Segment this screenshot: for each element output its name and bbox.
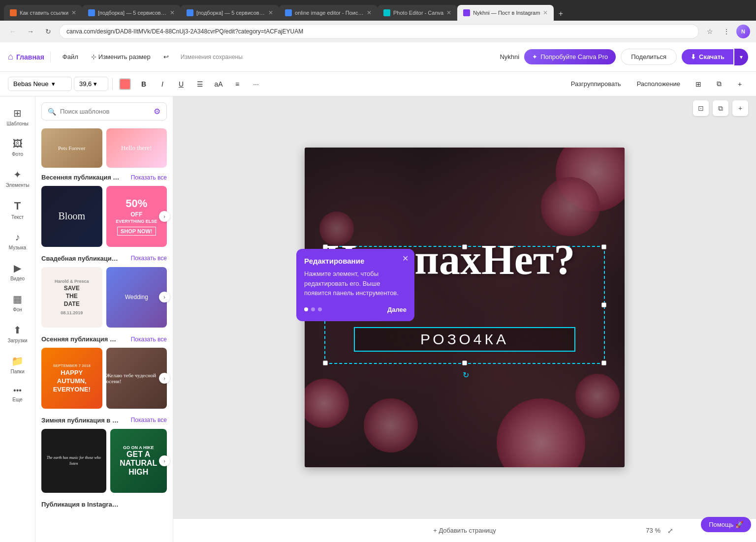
template-card-pets[interactable]: Pets Forever <box>41 128 102 168</box>
font-size-dropdown-icon: ▾ <box>94 80 97 88</box>
template-panel: 🔍 ⚙ Pets Forever Hello there! Весенняя п… <box>35 96 173 542</box>
tab-favicon-4 <box>285 9 292 16</box>
grid-view-button[interactable]: ⊞ <box>690 76 707 92</box>
undo-button[interactable]: ↩ <box>158 50 175 63</box>
template-search-box[interactable]: 🔍 ⚙ <box>41 102 167 120</box>
tab-close-3[interactable]: ✕ <box>268 9 273 16</box>
add-page-button-label[interactable]: + Добавить страницу <box>433 527 496 534</box>
sidebar-item-uploads[interactable]: ⬆ Загрузки <box>2 319 33 348</box>
tab-close-4[interactable]: ✕ <box>367 9 372 16</box>
bold-button[interactable]: B <box>135 76 152 92</box>
template-card-autumn1[interactable]: SEPTEMBER 7 2018 HAPPY AUTUMN, EVERYONE! <box>41 348 102 409</box>
winter-show-all[interactable]: Показать все <box>131 417 167 423</box>
browser-tab-3[interactable]: [подборка] — 5 сервисов д... ✕ <box>181 5 279 21</box>
download-button[interactable]: ⬇ Скачать <box>682 49 733 64</box>
tooltip-next-button[interactable]: Далее <box>387 306 407 313</box>
tab-favicon-2 <box>88 9 95 16</box>
sidebar-item-templates[interactable]: ⊞ Шаблоны <box>2 102 33 131</box>
expand-canvas-button[interactable]: ⊡ <box>693 100 709 116</box>
copy-button[interactable]: ⧉ <box>711 76 727 92</box>
browser-tab-1[interactable]: Как ставить ссылки ✕ <box>4 5 82 21</box>
add-page-button[interactable]: + <box>732 100 748 116</box>
tab-close-6[interactable]: ✕ <box>543 9 548 16</box>
help-button[interactable]: Помощь 🚀 <box>701 517 751 532</box>
browser-tab-4[interactable]: online image editor - Поиск в... ✕ <box>279 5 378 21</box>
toolbar-menu: Файл ⊹ Изменить размер ↩ <box>57 50 175 63</box>
search-input[interactable] <box>60 108 150 115</box>
new-tab-button[interactable]: + <box>554 7 567 21</box>
zoom-expand-button[interactable]: ⤢ <box>663 524 677 538</box>
browser-tab-6[interactable]: Nykhni — Пост в Instagram ✕ <box>457 5 554 21</box>
wedding-next-arrow[interactable]: › <box>159 292 170 302</box>
file-menu-item[interactable]: Файл <box>57 50 84 63</box>
autumn-next-arrow[interactable]: › <box>159 373 170 384</box>
sidebar-item-folders[interactable]: 📁 Папки <box>2 350 33 379</box>
format-toolbar-right: Разгруппировать Расположение ⊞ ⧉ + <box>565 76 748 92</box>
template-card-wedding2[interactable]: Wedding <box>106 267 167 328</box>
back-button[interactable]: ← <box>6 25 20 38</box>
photos-label: Фото <box>12 151 23 157</box>
sidebar-item-background[interactable]: ▦ Фон <box>2 288 33 317</box>
wedding-show-all[interactable]: Показать все <box>131 255 167 262</box>
sidebar-item-video[interactable]: ▶ Видео <box>2 257 33 286</box>
italic-button[interactable]: I <box>154 76 171 92</box>
address-input[interactable] <box>59 24 699 39</box>
add-element-button[interactable]: + <box>731 76 748 92</box>
underline-button[interactable]: U <box>173 76 189 92</box>
refresh-button[interactable]: ↻ <box>41 25 55 38</box>
home-label[interactable]: Главная <box>16 53 44 61</box>
browser-tab-2[interactable]: [подборка] — 5 сервисов дл... ✕ <box>82 5 181 21</box>
rotate-handle[interactable]: ↻ <box>460 369 472 381</box>
tab-close-1[interactable]: ✕ <box>71 9 76 16</box>
case-button[interactable]: aA <box>210 76 227 92</box>
font-selector[interactable]: Bebas Neue ▾ <box>8 77 72 91</box>
template-card-save-date[interactable]: Harold & Presca SAVE THE DATE 08.11.2019 <box>41 267 102 328</box>
wedding-section-title: Свадебная публикация в Ins... <box>41 255 120 262</box>
address-bar: ← → ↻ ☆ ⋮ N <box>0 21 756 42</box>
sub-text-element[interactable]: РОЗО4КА <box>354 327 575 352</box>
download-label: Скачать <box>699 53 724 60</box>
left-sidebar: ⊞ Шаблоны 🖼 Фото ✦ Элементы T Текст ♪ Му… <box>0 96 35 542</box>
sidebar-item-photos[interactable]: 🖼 Фото <box>2 133 33 162</box>
filter-icon[interactable]: ⚙ <box>154 107 160 116</box>
canva-logo[interactable]: ⌂ Главная <box>8 52 51 62</box>
more-options-button[interactable]: ··· <box>248 76 264 92</box>
canvapro-button[interactable]: ✦ Попробуйте Canva Pro <box>524 49 616 64</box>
position-button[interactable]: Расположение <box>631 77 686 90</box>
tab-close-2[interactable]: ✕ <box>170 9 175 16</box>
download-arrow-button[interactable]: ▾ <box>734 49 748 65</box>
tab-close-5[interactable]: ✕ <box>446 9 451 16</box>
forward-button[interactable]: → <box>24 25 37 38</box>
sidebar-item-more[interactable]: ••• Еще <box>2 381 33 407</box>
autumn-show-all[interactable]: Показать все <box>131 336 167 343</box>
settings-icon[interactable]: ⋮ <box>720 25 733 38</box>
bookmark-icon[interactable]: ☆ <box>703 25 717 38</box>
ungroup-button[interactable]: Разгруппировать <box>565 77 627 90</box>
template-card-hike[interactable]: GO ON A HIKE GET A NATURAL HIGH <box>110 429 167 493</box>
template-card-autumn2[interactable]: Желаю тебе чудесной осени! <box>106 348 167 409</box>
pub-section-title: Публикация в Instagram н... <box>41 501 120 508</box>
winter-next-arrow[interactable]: › <box>159 455 170 466</box>
font-size-selector[interactable]: 39,6 ▾ <box>74 77 108 91</box>
template-card-earth[interactable]: The earth has music for those who listen <box>41 429 106 493</box>
template-card-50off[interactable]: 50% OFF EVERYTHING ELSE SHOP NOW! <box>106 186 167 247</box>
align-button[interactable]: ☰ <box>191 76 208 92</box>
resize-menu-item[interactable]: ⊹ Изменить размер <box>85 50 157 63</box>
browser-tab-5[interactable]: Photo Editor - Canva ✕ <box>378 5 457 21</box>
canvas-footer: + Добавить страницу 73 % ⤢ Помощь 🚀 <box>173 518 756 542</box>
canvas-top-actions: ⊡ ⧉ + <box>693 100 748 116</box>
spring-next-arrow[interactable]: › <box>159 211 170 222</box>
template-card-bloom[interactable]: Bloom <box>41 186 102 247</box>
duplicate-page-button[interactable]: ⧉ <box>713 100 728 116</box>
profile-avatar[interactable]: N <box>736 25 750 38</box>
template-card-hello[interactable]: Hello there! <box>106 128 167 168</box>
share-button[interactable]: Поделиться <box>621 49 677 65</box>
list-button[interactable]: ≡ <box>229 76 246 92</box>
sidebar-item-text[interactable]: T Текст <box>2 195 33 225</box>
sidebar-item-elements[interactable]: ✦ Элементы <box>2 164 33 193</box>
spring-show-all[interactable]: Показать все <box>131 174 167 181</box>
tooltip-close-button[interactable]: ✕ <box>402 254 409 263</box>
text-color-button[interactable] <box>117 76 133 92</box>
uploads-label: Загрузки <box>7 338 27 343</box>
sidebar-item-music[interactable]: ♪ Музыка <box>2 227 33 255</box>
